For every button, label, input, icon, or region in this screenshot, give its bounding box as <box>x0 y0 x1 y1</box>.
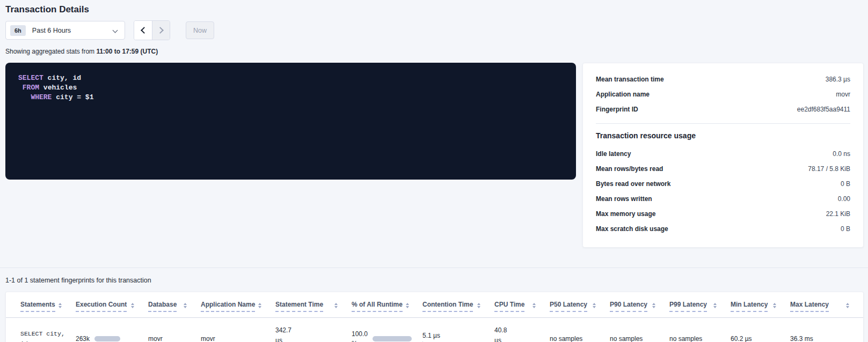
cell-max-latency: 36.3 ms <box>790 318 863 342</box>
time-range-label: Past 6 Hours <box>32 27 113 34</box>
statement-row[interactable]: SELECT city, id FROM… 263k movr movr <box>6 318 863 342</box>
sort-icon[interactable] <box>773 303 776 308</box>
aggregation-range-prefix: Showing aggregated stats from <box>5 48 96 55</box>
sql-line: FROM vehicles <box>18 83 563 93</box>
cell-statement-time: 342.7 µs <box>275 318 352 342</box>
summary-row: Mean rows written 0.00 <box>596 191 850 206</box>
summary-label: Mean rows/bytes read <box>596 165 663 173</box>
statement-text-line1: SELECT city, <box>20 329 71 339</box>
execution-count-bar <box>94 336 120 341</box>
summary-label: Mean rows written <box>596 195 652 203</box>
sort-icon[interactable] <box>533 303 536 308</box>
sql-query-box: SELECT city, id FROM vehicles WHERE city… <box>5 63 576 180</box>
statement-time-unit: µs <box>275 336 347 342</box>
sort-icon[interactable] <box>258 303 261 308</box>
next-time-range-button[interactable] <box>152 21 170 40</box>
runtime-value: 100.0 <box>352 329 368 339</box>
time-range-nav <box>134 20 170 40</box>
statements-table: Statements Execution Count Database Appl… <box>6 292 863 342</box>
cell-p90-latency: no samples <box>610 318 669 342</box>
sort-icon[interactable] <box>406 303 409 308</box>
main-panels: SELECT city, id FROM vehicles WHERE city… <box>5 63 864 248</box>
runtime-bar <box>373 336 412 341</box>
sort-icon[interactable] <box>846 303 849 308</box>
sort-icon[interactable] <box>59 303 62 308</box>
summary-row: Idle latency 0.0 ns <box>596 146 850 161</box>
sort-icon[interactable] <box>593 303 596 308</box>
col-p90-latency[interactable]: P90 Latency <box>610 292 669 318</box>
summary-value: 22.1 KiB <box>826 210 850 218</box>
summary-row: Max scratch disk usage 0 B <box>596 221 850 236</box>
sql-line: WHERE city = $1 <box>18 93 563 102</box>
page-title: Transaction Details <box>5 4 863 15</box>
summary-label: Fingerprint ID <box>596 106 638 113</box>
col-pct-runtime[interactable]: % of All Runtime <box>352 292 422 318</box>
summary-row: Mean rows/bytes read 78.17 / 5.8 KiB <box>596 161 850 176</box>
col-statements[interactable]: Statements <box>6 292 76 318</box>
aggregation-range-text: Showing aggregated stats from 11:00 to 1… <box>5 48 863 55</box>
summary-value: 78.17 / 5.8 KiB <box>808 165 850 173</box>
sort-icon[interactable] <box>131 303 134 308</box>
cell-execution-count: 263k <box>76 318 148 342</box>
sort-icon[interactable] <box>477 303 480 308</box>
col-execution-count[interactable]: Execution Count <box>76 292 148 318</box>
sql-line: SELECT city, id <box>18 73 563 83</box>
col-application-name[interactable]: Application Name <box>201 292 275 318</box>
summary-label: Max memory usage <box>596 210 655 218</box>
time-range-badge: 6h <box>10 25 26 36</box>
chevron-right-icon <box>157 27 164 34</box>
summary-label: Application name <box>596 91 650 98</box>
sort-icon[interactable] <box>334 303 338 308</box>
runtime-unit: % <box>352 339 368 342</box>
cell-cpu-time: 40.8 µs <box>494 318 550 342</box>
execution-count-value: 263k <box>76 335 90 342</box>
sort-icon[interactable] <box>713 303 717 308</box>
transaction-details-page: Transaction Details 6h Past 6 Hours Now … <box>0 0 868 342</box>
resource-usage-title: Transaction resource usage <box>596 131 850 140</box>
section-divider <box>0 267 868 268</box>
summary-row: Mean transaction time 386.3 µs <box>596 72 850 87</box>
summary-row: Max memory usage 22.1 KiB <box>596 206 850 221</box>
col-database[interactable]: Database <box>148 292 201 318</box>
statements-table-card: Statements Execution Count Database Appl… <box>5 292 864 342</box>
contention-time-value: 5.1 µs <box>422 332 490 339</box>
cpu-time-value: 40.8 <box>494 325 545 336</box>
cell-p50-latency: no samples <box>550 318 610 342</box>
prev-time-range-button[interactable] <box>134 21 152 40</box>
col-p50-latency[interactable]: P50 Latency <box>550 292 610 318</box>
chevron-down-icon <box>113 28 118 33</box>
cpu-time-unit: µs <box>494 336 545 342</box>
statement-time-value: 342.7 <box>275 325 347 336</box>
summary-value: 0.0 ns <box>833 150 850 158</box>
summary-value: 0 B <box>841 180 850 188</box>
cell-application-name: movr <box>201 318 275 342</box>
col-cpu-time[interactable]: CPU Time <box>494 292 550 318</box>
summary-label: Max scratch disk usage <box>596 225 668 233</box>
col-min-latency[interactable]: Min Latency <box>731 292 790 318</box>
table-header-row: Statements Execution Count Database Appl… <box>6 292 863 318</box>
cell-statement[interactable]: SELECT city, id FROM… <box>6 318 76 342</box>
statements-count-caption: 1-1 of 1 statement fingerprints for this… <box>5 277 863 284</box>
chevron-left-icon <box>141 27 148 34</box>
transaction-summary-card: Mean transaction time 386.3 µs Applicati… <box>582 63 864 248</box>
summary-row: Bytes read over network 0 B <box>596 176 850 191</box>
statement-text-line2: id FROM… <box>20 339 71 342</box>
aggregation-range-value: 11:00 to 17:59 (UTC) <box>96 48 158 55</box>
summary-value: ee2df683f5aa9411 <box>797 106 850 113</box>
sort-icon[interactable] <box>184 303 187 308</box>
summary-label: Bytes read over network <box>596 180 670 188</box>
now-button[interactable]: Now <box>186 21 214 39</box>
col-contention-time[interactable]: Contention Time <box>422 292 494 318</box>
sort-icon[interactable] <box>652 303 655 308</box>
summary-label: Mean transaction time <box>596 76 664 83</box>
col-max-latency[interactable]: Max Latency <box>790 292 863 318</box>
col-p99-latency[interactable]: P99 Latency <box>669 292 731 318</box>
summary-value: 386.3 µs <box>826 76 850 83</box>
cell-p99-latency: no samples <box>669 318 731 342</box>
cell-min-latency: 60.2 µs <box>731 318 790 342</box>
col-statement-time[interactable]: Statement Time <box>275 292 352 318</box>
card-divider <box>596 123 850 124</box>
summary-value: movr <box>836 91 850 98</box>
summary-row: Fingerprint ID ee2df683f5aa9411 <box>596 102 850 117</box>
time-range-dropdown[interactable]: 6h Past 6 Hours <box>5 21 125 40</box>
